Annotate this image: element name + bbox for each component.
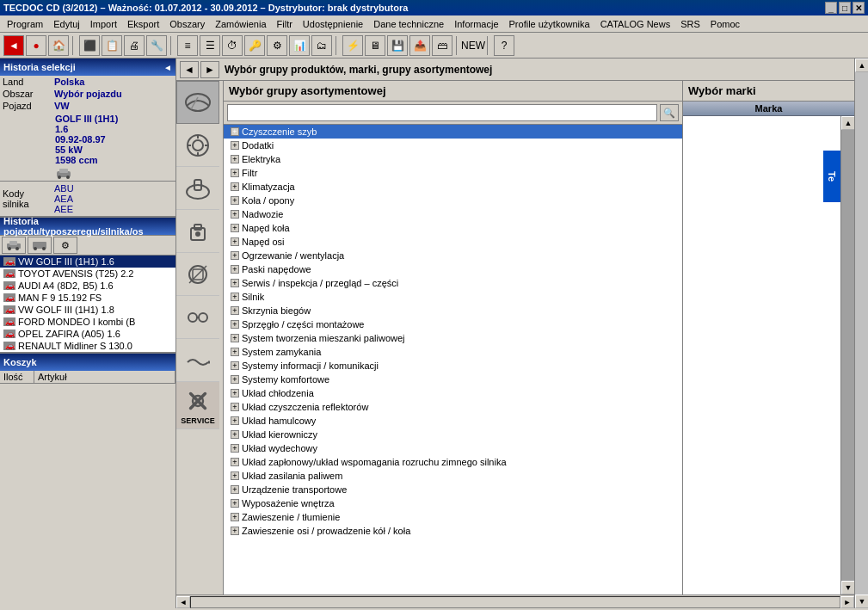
toolbar-btn15[interactable]: 💾 <box>387 35 408 56</box>
tree-item[interactable]: +Układ czyszczenia reflektorów <box>224 400 682 414</box>
tree-item[interactable]: +Urządzenie transportowe <box>224 483 682 496</box>
vh-btn-truck[interactable] <box>28 237 52 254</box>
cat-icon-transmission[interactable] <box>176 296 219 339</box>
tree-expand-btn[interactable]: + <box>231 237 239 246</box>
minimize-button[interactable]: _ <box>825 2 837 14</box>
menu-item-dane-techniczne[interactable]: Dane techniczne <box>368 18 449 30</box>
tree-item[interactable]: +Układ chłodzenia <box>224 386 682 400</box>
vehicle-list-item[interactable]: 🚗AUDI A4 (8D2, B5) 1.6 <box>0 280 175 292</box>
tree-item[interactable]: +Układ wydechowy <box>224 441 682 455</box>
tree-expand-btn[interactable]: + <box>231 403 239 411</box>
vehicle-history-list[interactable]: 🚗VW GOLF III (1H1) 1.6🚗TOYOT AVENSIS (T2… <box>0 256 175 352</box>
toolbar-btn9[interactable]: 🔑 <box>244 35 265 56</box>
tree-item[interactable]: +Systemy komfortowe <box>224 373 682 386</box>
toolbar-btn3[interactable]: 📋 <box>102 35 122 56</box>
tree-expand-btn[interactable]: + <box>231 444 239 453</box>
vehicle-list-item[interactable]: 🚗RENAULT Midliner S 130.0 <box>0 340 175 352</box>
menu-item-informacje[interactable]: Informacje <box>449 18 503 30</box>
tree-expand-btn[interactable]: + <box>231 361 239 370</box>
cat-icon-exhaust[interactable] <box>176 339 219 382</box>
hscroll-left[interactable]: ◄ <box>176 596 190 608</box>
toolbar-btn12[interactable]: 🗂 <box>311 35 332 56</box>
tree-item[interactable]: +System zamykania <box>224 345 682 359</box>
menu-item-zamówienia[interactable]: Zamówienia <box>210 18 271 30</box>
tree-expand-btn[interactable]: + <box>231 265 239 274</box>
cat-search-btn[interactable]: 🔍 <box>660 104 679 121</box>
cat-icon-oil[interactable] <box>176 210 219 253</box>
promo-btn[interactable]: Te <box>823 151 840 202</box>
toolbar-btn17[interactable]: 🗃 <box>432 35 452 56</box>
tree-expand-btn[interactable]: + <box>231 224 239 232</box>
tree-item[interactable]: +Elektryka <box>224 152 682 166</box>
menu-item-obszary[interactable]: Obszary <box>164 18 210 30</box>
menu-item-program[interactable]: Program <box>2 18 48 30</box>
tree-expand-btn[interactable]: + <box>231 389 239 397</box>
window-vscrollbar[interactable]: ▲ ▼ <box>854 59 868 608</box>
cat-icon-brakes[interactable] <box>176 124 219 167</box>
toolbar-btn6[interactable]: ≡ <box>177 35 198 56</box>
tree-item[interactable]: +Czyszczenie szyb <box>224 125 682 139</box>
tree-item[interactable]: +Układ hamulcowy <box>224 414 682 428</box>
tree-item[interactable]: +Dodatki <box>224 139 682 152</box>
tree-expand-btn[interactable]: + <box>231 320 239 329</box>
cat-icon-suspension[interactable] <box>176 253 219 296</box>
toolbar-btn5[interactable]: 🔧 <box>146 35 167 56</box>
cat-search-input[interactable] <box>227 104 657 121</box>
tree-expand-btn[interactable]: + <box>231 127 239 136</box>
vehicle-list-item[interactable]: 🚗FORD MONDEO I kombi (B <box>0 316 175 328</box>
tree-item[interactable]: +Zawieszenie / tłumienie <box>224 510 682 524</box>
vehicle-icon-btn[interactable] <box>55 167 172 181</box>
hscrollbar-track[interactable] <box>190 596 840 608</box>
menu-item-eksport[interactable]: Eksport <box>122 18 164 30</box>
vehicle-list-item[interactable]: 🚗TOYOT AVENSIS (T25) 2.2 <box>0 268 175 280</box>
vh-btn-parts[interactable]: ⚙ <box>53 237 77 254</box>
vehicle-list-item[interactable]: 🚗OPEL ZAFIRA (A05) 1.6 <box>0 328 175 340</box>
cat-icon-service[interactable]: SERVICE <box>176 382 219 429</box>
menu-item-profile-użytkownika[interactable]: Profile użytkownika <box>504 18 595 30</box>
cat-icon-steering[interactable] <box>176 167 219 210</box>
toolbar-btn10[interactable]: ⚙ <box>267 35 287 56</box>
tree-item[interactable]: +Nadwozie <box>224 207 682 221</box>
toolbar-btn16[interactable]: 📤 <box>409 35 430 56</box>
tree-expand-btn[interactable]: + <box>231 513 239 521</box>
vehicle-list-item[interactable]: 🚗VW GOLF III (1H1) 1.8 <box>0 304 175 316</box>
vehicle-list-item[interactable]: 🚗MAN F 9 15.192 FS <box>0 292 175 304</box>
tree-item[interactable]: +System tworzenia mieszanki paliwowej <box>224 331 682 345</box>
tree-expand-btn[interactable]: + <box>231 485 239 494</box>
tree-expand-btn[interactable]: + <box>231 458 239 466</box>
toolbar-btn4[interactable]: 🖨 <box>124 35 145 56</box>
toolbar-btn2[interactable]: ⬛ <box>79 35 100 56</box>
cat-tree[interactable]: +Czyszczenie szyb+Dodatki+Elektryka+Filt… <box>224 125 682 595</box>
nav-back-btn[interactable]: ◄ <box>180 61 199 78</box>
tree-expand-btn[interactable]: + <box>231 210 239 219</box>
menu-item-filtr[interactable]: Filtr <box>272 18 298 30</box>
tree-item[interactable]: +Skrzynia biegów <box>224 304 682 317</box>
tree-expand-btn[interactable]: + <box>231 196 239 205</box>
tree-item[interactable]: +Systemy informacji / komunikacji <box>224 359 682 373</box>
tree-item[interactable]: +Paski napędowe <box>224 262 682 276</box>
vehicle-list-item[interactable]: 🚗VW GOLF III (1H1) 1.6 <box>0 256 175 268</box>
toolbar-btn11[interactable]: 📊 <box>289 35 310 56</box>
tree-expand-btn[interactable]: + <box>231 182 239 191</box>
historia-selekcji-collapse[interactable]: ◄ <box>163 63 172 72</box>
tree-item[interactable]: +Układ zasilania paliwem <box>224 469 682 483</box>
brand-list[interactable]: ▲ ▼ Te <box>683 116 854 595</box>
toolbar-forward-btn[interactable]: ● <box>26 35 46 56</box>
tree-expand-btn[interactable]: + <box>231 306 239 315</box>
brand-scroll-up[interactable]: ▲ <box>841 116 854 130</box>
toolbar-btn14[interactable]: 🖥 <box>365 35 385 56</box>
tree-expand-btn[interactable]: + <box>231 499 239 508</box>
tree-expand-btn[interactable]: + <box>231 279 239 287</box>
tree-item[interactable]: +Napęd koła <box>224 221 682 235</box>
tree-expand-btn[interactable]: + <box>231 416 239 425</box>
maximize-button[interactable]: □ <box>839 2 851 14</box>
nav-forward-btn[interactable]: ► <box>200 61 219 78</box>
menu-item-import[interactable]: Import <box>85 18 122 30</box>
menu-item-pomoc[interactable]: Pomoc <box>705 18 745 30</box>
tree-item[interactable]: +Zawieszenie osi / prowadzenie kół / koł… <box>224 524 682 538</box>
tree-item[interactable]: +Silnik <box>224 290 682 304</box>
tree-expand-btn[interactable]: + <box>231 155 239 163</box>
tree-expand-btn[interactable]: + <box>231 375 239 384</box>
toolbar-home-btn[interactable]: 🏠 <box>48 35 69 56</box>
tree-item[interactable]: +Układ zapłonowy/układ wspomagania rozru… <box>224 455 682 469</box>
